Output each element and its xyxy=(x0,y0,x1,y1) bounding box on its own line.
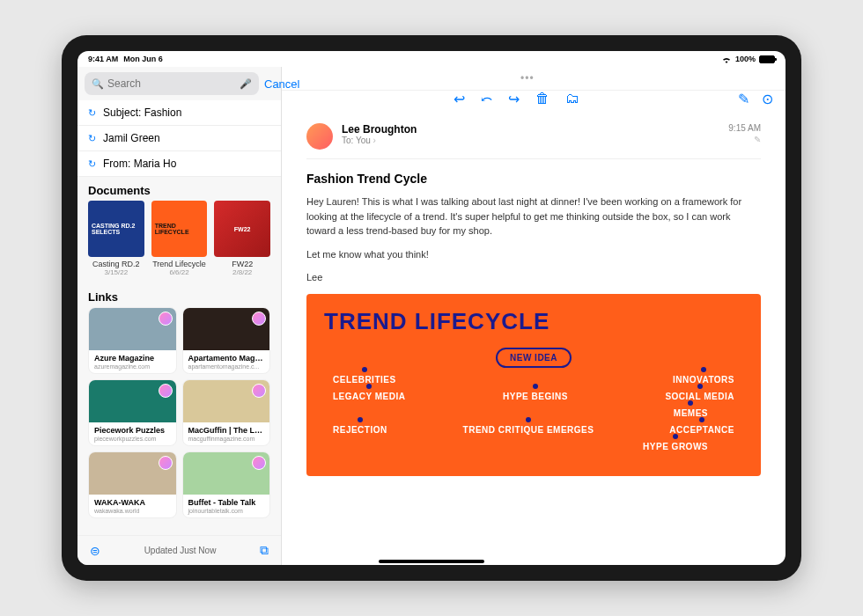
document-label: Trend Lifecycle xyxy=(151,260,208,268)
document-item[interactable]: CASTING RD.2 SELECTS Casting RD.2 3/15/2… xyxy=(88,201,144,276)
message-pane: ••• ••• ↩︎ ⤺ ↪︎ 🗑 🗂 ✎ ⊙ xyxy=(282,67,786,565)
mic-icon[interactable]: 🎤 xyxy=(240,78,252,90)
details-icon[interactable]: ✎ xyxy=(728,135,761,144)
to-label: To: xyxy=(342,136,353,145)
suggestion-label: Jamil Green xyxy=(103,132,160,144)
document-thumbnail: TREND LIFECYCLE xyxy=(151,201,208,257)
email-subject: Fashion Trend Cycle xyxy=(306,172,761,186)
flow-node-hype-begins: HYPE BEGINS xyxy=(503,392,568,401)
filter-icon[interactable]: ⊜ xyxy=(90,544,100,558)
move-folder-icon[interactable]: 🗂 xyxy=(565,91,579,107)
shared-by-avatar xyxy=(159,456,173,470)
document-date: 3/15/22 xyxy=(88,268,144,276)
link-item[interactable]: Buffet - Table Talk joinourtabletalk.com xyxy=(182,451,271,518)
wifi-icon xyxy=(721,55,732,63)
battery-icon xyxy=(759,55,775,63)
battery-percent: 100% xyxy=(735,55,756,63)
screen: 9:41 AM Mon Jun 6 100% 🔍 🎤 Cancel xyxy=(77,51,786,565)
link-domain: azuremagazine.com xyxy=(89,363,176,373)
message-toolbar: ••• ••• xyxy=(282,67,786,91)
sidebar: 🔍 🎤 Cancel ↻ Subject: Fashion ↻ Jamil Gr… xyxy=(77,67,282,565)
email-signature: Lee xyxy=(306,270,761,285)
link-domain: joinourtabletalk.com xyxy=(183,508,270,517)
flow-node-new-idea: NEW IDEA xyxy=(496,348,572,368)
document-date: 6/6/22 xyxy=(151,268,208,276)
email-body: Lee Broughton To: You › 9:15 AM ✎ xyxy=(282,113,786,565)
recent-icon: ↻ xyxy=(88,107,96,119)
shared-by-avatar xyxy=(252,456,266,470)
flow-node-legacy-media: LEGACY MEDIA xyxy=(333,392,406,401)
shared-by-avatar xyxy=(159,312,173,326)
email-header: Lee Broughton To: You › 9:15 AM ✎ xyxy=(306,123,761,159)
link-domain: pieceworkpuzzles.com xyxy=(89,436,176,445)
attachment-graphic[interactable]: TREND LIFECYCLE NEW IDEA CELEBRITIES INN… xyxy=(306,294,761,476)
search-input[interactable] xyxy=(107,77,240,90)
flow-node-celebrities: CELEBRITIES xyxy=(333,375,396,385)
link-thumbnail xyxy=(89,308,176,350)
reply-all-icon[interactable]: ⤺ xyxy=(481,91,492,107)
link-domain: macguffinmagazine.com xyxy=(183,436,270,445)
link-label: Piecework Puzzles xyxy=(89,422,176,436)
document-item[interactable]: TREND LIFECYCLE Trend Lifecycle 6/6/22 xyxy=(151,201,208,276)
forward-icon[interactable]: ↪︎ xyxy=(508,91,520,107)
sender-name[interactable]: Lee Broughton xyxy=(342,123,719,136)
link-label: Apartamento Maga... xyxy=(183,350,270,363)
document-item[interactable]: FW22 FW22 2/8/22 xyxy=(214,201,270,276)
links-heading: Links xyxy=(77,283,281,307)
compose-shortcut-icon[interactable]: ⧉ xyxy=(260,543,269,558)
link-item[interactable]: WAKA-WAKA wakawaka.world xyxy=(88,451,177,518)
suggestion-item[interactable]: ↻ From: Maria Ho xyxy=(77,151,281,177)
status-bar: 9:41 AM Mon Jun 6 100% xyxy=(77,51,786,67)
chevron-right-icon[interactable]: › xyxy=(373,136,376,145)
attachment-title: TREND LIFECYCLE xyxy=(324,308,743,335)
link-thumbnail xyxy=(89,452,176,495)
flow-node-social-media: SOCIAL MEDIA xyxy=(665,392,734,401)
recent-icon: ↻ xyxy=(88,158,96,170)
trash-icon[interactable]: 🗑 xyxy=(535,91,550,107)
link-item[interactable]: Azure Magazine azuremagazine.com xyxy=(88,307,177,374)
link-item[interactable]: MacGuffin | The Lif... macguffinmagazine… xyxy=(182,379,271,446)
home-indicator[interactable] xyxy=(379,560,484,563)
link-item[interactable]: Piecework Puzzles pieceworkpuzzles.com xyxy=(88,379,177,446)
email-paragraph: Let me know what you think! xyxy=(306,247,761,262)
email-time: 9:15 AM xyxy=(728,123,761,133)
flow-node-acceptance: ACCEPTANCE xyxy=(669,425,734,435)
link-label: Buffet - Table Talk xyxy=(183,495,270,508)
document-date: 2/8/22 xyxy=(214,268,270,276)
link-thumbnail xyxy=(183,308,270,350)
link-domain: wakawaka.world xyxy=(89,508,176,517)
suggestion-item[interactable]: ↻ Subject: Fashion xyxy=(77,100,281,126)
document-label: Casting RD.2 xyxy=(88,260,144,268)
suggestion-label: Subject: Fashion xyxy=(103,106,181,119)
document-thumbnail: CASTING RD.2 SELECTS xyxy=(88,201,144,257)
shared-by-avatar xyxy=(252,384,266,398)
suggestion-item[interactable]: ↻ Jamil Green xyxy=(77,126,281,151)
search-icon: 🔍 xyxy=(92,78,104,90)
link-label: WAKA-WAKA xyxy=(89,495,176,508)
link-label: MacGuffin | The Lif... xyxy=(183,422,270,436)
link-domain: apartamentomagazine.c... xyxy=(183,363,270,373)
link-thumbnail xyxy=(89,380,176,422)
link-item[interactable]: Apartamento Maga... apartamentomagazine.… xyxy=(182,307,271,374)
compose-icon[interactable]: ✎ xyxy=(738,91,749,107)
suggestion-label: From: Maria Ho xyxy=(103,158,176,170)
recipient-name[interactable]: You xyxy=(356,136,371,145)
multitask-dots-icon[interactable]: ••• xyxy=(520,72,535,84)
recent-icon: ↻ xyxy=(88,133,96,144)
shared-by-avatar xyxy=(159,384,173,398)
search-field[interactable]: 🔍 🎤 xyxy=(85,72,259,95)
status-time: 9:41 AM xyxy=(88,55,118,63)
document-thumbnail: FW22 xyxy=(214,201,270,257)
link-thumbnail xyxy=(183,452,270,495)
more-icon[interactable]: ⊙ xyxy=(762,91,773,107)
sync-status: Updated Just Now xyxy=(144,546,217,555)
link-label: Azure Magazine xyxy=(89,350,176,363)
search-suggestions: ↻ Subject: Fashion ↻ Jamil Green ↻ From:… xyxy=(77,100,281,177)
document-label: FW22 xyxy=(214,260,270,268)
flow-node-rejection: REJECTION xyxy=(333,425,387,435)
sender-avatar[interactable] xyxy=(306,123,333,150)
shared-by-avatar xyxy=(252,312,266,326)
reply-icon[interactable]: ↩︎ xyxy=(454,91,465,107)
sidebar-footer: ⊜ Updated Just Now ⧉ xyxy=(77,535,281,565)
email-paragraph: Hey Lauren! This is what I was talking a… xyxy=(306,194,761,238)
